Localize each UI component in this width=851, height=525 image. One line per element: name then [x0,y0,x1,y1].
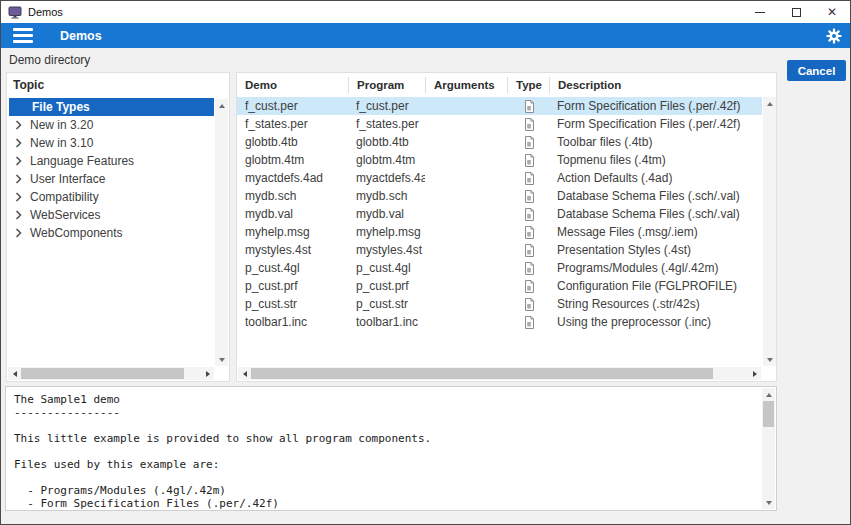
scroll-right-icon[interactable] [201,367,214,380]
file-icon [507,190,549,203]
file-icon [507,226,549,239]
column-header-type[interactable]: Type [507,77,549,93]
tree-item-language-features[interactable]: Language Features [7,152,214,170]
topic-panel: Topic File Types New in 3.20 New in 3.10… [6,72,230,382]
topic-tree: File Types New in 3.20 New in 3.10 Langu… [7,98,214,242]
settings-button[interactable] [826,28,842,44]
scroll-up-icon[interactable] [763,97,776,110]
chevron-right-icon [15,192,22,202]
scroll-left-icon[interactable] [238,367,251,380]
file-icon [507,118,549,131]
window-title: Demos [28,6,63,18]
chevron-right-icon [15,156,22,166]
demo-table-panel: Demo Program Arguments Type Description … [236,72,777,382]
app-icon [8,6,22,19]
minimize-button[interactable] [742,1,778,23]
file-icon [507,172,549,185]
table-row[interactable]: globtb.4tb globtb.4tb Toolbar files (.4t… [237,133,762,151]
table-horizontal-scrollbar[interactable] [238,367,761,380]
chevron-right-icon [15,174,22,184]
scroll-down-icon[interactable] [763,353,776,366]
file-icon [507,280,549,293]
scrollbar-thumb[interactable] [251,368,713,379]
window-controls: ✕ [742,1,850,23]
file-icon [507,262,549,275]
column-header-arguments[interactable]: Arguments [425,77,507,93]
table-row[interactable]: mydb.sch mydb.sch Database Schema Files … [237,187,762,205]
column-header-demo[interactable]: Demo [237,77,348,93]
table-row[interactable]: f_states.per f_states.per Form Specifica… [237,115,762,133]
scroll-left-icon[interactable] [8,367,21,380]
file-icon [507,316,549,329]
column-header-description[interactable]: Description [549,77,776,93]
gear-icon [826,28,842,44]
file-icon [507,136,549,149]
scroll-down-icon[interactable] [762,496,775,509]
scroll-right-icon[interactable] [748,367,761,380]
table-body: f_cust.per f_cust.per Form Specification… [237,97,762,331]
minimize-icon [755,12,765,13]
tree-item-file-types[interactable]: File Types [9,98,214,116]
scroll-down-icon[interactable] [215,353,228,366]
scroll-up-icon[interactable] [762,388,775,401]
app-window: Demos ✕ Demos Demo direc [0,0,851,525]
hamburger-icon [13,28,33,31]
tree-vertical-scrollbar[interactable] [215,99,228,366]
tree-item-compatibility[interactable]: Compatibility [7,188,214,206]
table-row[interactable]: f_cust.per f_cust.per Form Specification… [237,97,762,115]
table-row[interactable]: toolbar1.inc toolbar1.inc Using the prep… [237,313,762,331]
demo-description-panel: The Sample1 demo ---------------- This l… [5,386,777,511]
file-icon [507,298,549,311]
table-row[interactable]: mystyles.4st mystyles.4st Presentation S… [237,241,762,259]
file-icon [507,208,549,221]
menu-button[interactable] [13,28,33,43]
scroll-up-icon[interactable] [215,99,228,112]
window-titlebar: Demos ✕ [1,1,850,23]
topic-header: Topic [7,73,229,98]
preview-vertical-scrollbar[interactable] [762,388,775,509]
file-icon [507,100,549,113]
tree-item-webcomponents[interactable]: WebComponents [7,224,214,242]
chevron-right-icon [15,120,22,130]
table-header-row: Demo Program Arguments Type Description [237,73,776,97]
tree-item-user-interface[interactable]: User Interface [7,170,214,188]
app-toolbar: Demos [1,23,850,48]
demo-description-text: The Sample1 demo ---------------- This l… [6,387,761,510]
table-row[interactable]: p_cust.str p_cust.str String Resources (… [237,295,762,313]
table-row[interactable]: globtm.4tm globtm.4tm Topmenu files (.4t… [237,151,762,169]
tree-item-new-in-3-20[interactable]: New in 3.20 [7,116,214,134]
maximize-icon [792,8,801,17]
tree-horizontal-scrollbar[interactable] [8,367,214,380]
table-row[interactable]: myactdefs.4ad myactdefs.4ad Action Defau… [237,169,762,187]
tree-item-webservices[interactable]: WebServices [7,206,214,224]
scrollbar-thumb[interactable] [763,401,774,427]
chevron-right-icon [15,228,22,238]
table-row[interactable]: p_cust.4gl p_cust.4gl Programs/Modules (… [237,259,762,277]
toolbar-title: Demos [60,29,102,43]
cancel-button[interactable]: Cancel [787,60,846,81]
file-icon [507,154,549,167]
close-button[interactable]: ✕ [814,1,850,23]
tree-item-new-in-3-10[interactable]: New in 3.10 [7,134,214,152]
file-icon [507,244,549,257]
maximize-button[interactable] [778,1,814,23]
close-icon: ✕ [827,6,837,18]
table-row[interactable]: p_cust.prf p_cust.prf Configuration File… [237,277,762,295]
table-vertical-scrollbar[interactable] [763,97,776,366]
demo-directory-label: Demo directory [9,53,90,67]
table-row[interactable]: mydb.val mydb.val Database Schema Files … [237,205,762,223]
chevron-right-icon [15,210,22,220]
chevron-right-icon [15,138,22,148]
table-row[interactable]: myhelp.msg myhelp.msg Message Files (.ms… [237,223,762,241]
column-header-program[interactable]: Program [348,77,425,93]
scrollbar-thumb[interactable] [21,368,184,379]
